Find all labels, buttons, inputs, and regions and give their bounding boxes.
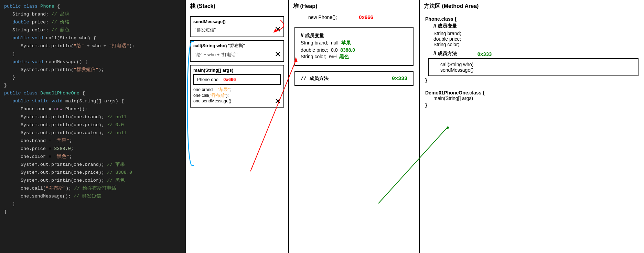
- phone-method-sendmessage: sendMessage(): [432, 67, 634, 73]
- code-line: System.out.println(one.brand); // null: [4, 113, 182, 121]
- heap-method-comment: // 成员方法: [301, 75, 329, 82]
- old-color: null: [329, 54, 336, 59]
- heap-comment: // 成员变量: [301, 33, 407, 39]
- heap-body: new Phone(); 0x666 // 成员变量 String brand;…: [289, 13, 419, 89]
- code-line: one.color = "黑色";: [4, 153, 182, 161]
- code-line: one.price = 8388.0;: [4, 145, 182, 153]
- phone-class-comment1: // 成员变量: [425, 23, 638, 29]
- code-line: }: [4, 208, 182, 216]
- stack-title: 栈 (Stack): [186, 0, 288, 13]
- phone-class-comment2: // 成员方法: [425, 51, 457, 57]
- code-line: }: [4, 50, 182, 58]
- demo-class-title: Demo01PhoneOne.class {: [425, 90, 638, 95]
- frame-title-main: main(String[] args): [193, 68, 281, 73]
- frame-title-sendmessage: sendMessage(): [193, 19, 281, 24]
- code-line: System.out.println("给" + who + "打电话");: [4, 42, 182, 50]
- code-line: public class Demo01PhoneOne {: [4, 90, 182, 98]
- method-body: Phone.class { // 成员变量 String brand; doub…: [420, 13, 644, 118]
- phone-field-brand: String brand;: [425, 31, 638, 36]
- heap-object-box: // 成员变量 String brand; null 苹果 double pri…: [294, 27, 414, 66]
- frame-title-call: call(String who) "乔布斯": [193, 43, 281, 49]
- phone-field-price: double price;: [425, 36, 638, 42]
- phone-class-title: Phone.class {: [425, 16, 638, 22]
- demo-class-close: }: [425, 102, 638, 108]
- heap-new-label: new Phone(); 0x666: [308, 14, 414, 20]
- code-panel: public class Phone { String brand; // 品牌…: [0, 0, 186, 253]
- var-row-one: Phone one 0x666: [197, 77, 277, 82]
- code-line: public void sendMessage() {: [4, 58, 182, 66]
- heap-method-addr: 0x333: [392, 76, 407, 82]
- demo-method-main: main(String[] args): [425, 95, 638, 101]
- method-addr-0x333: 0x333: [477, 51, 492, 57]
- code-line: System.out.println(one.price); // 0.0: [4, 121, 182, 129]
- code-line: one.call("乔布斯"); // 给乔布斯打电话: [4, 185, 182, 193]
- heap-field-color: String color; null 黑色: [301, 54, 407, 60]
- method-area-section: 方法区 (Method Area) Phone.class { // 成员变量 …: [420, 0, 644, 253]
- old-brand: null: [331, 40, 339, 45]
- code-line: one.brand = "苹果";: [4, 137, 182, 145]
- new-color: 黑色: [339, 54, 349, 59]
- main-code-line-3: one.sendMessage();: [193, 99, 281, 103]
- addr-one: 0x666: [223, 77, 236, 82]
- heap-title: 堆 (Heap): [289, 0, 419, 13]
- frame-content-sendmessage: "群发短信": [193, 26, 281, 34]
- heap-addr-0x666: 0x666: [359, 14, 373, 20]
- code-line: one.sendMessage(); // 群发短信: [4, 193, 182, 201]
- diagram-area: 栈 (Stack) sendMessage() "群发短信" ✕ call(St…: [186, 0, 644, 253]
- code-line: String brand; // 品牌: [4, 11, 182, 19]
- new-keyword: new: [308, 14, 317, 20]
- code-line: System.out.println("群发短信");: [4, 66, 182, 74]
- stack-body: sendMessage() "群发短信" ✕ call(String who) …: [186, 13, 288, 252]
- code-line: }: [4, 200, 182, 208]
- heap-section: 堆 (Heap) new Phone(); 0x666 // 成员变量 Stri…: [289, 0, 420, 253]
- main-code-line-1: one.brand = "苹果";: [193, 87, 281, 93]
- code-line: String color; // 颜色: [4, 27, 182, 34]
- x-mark-main: ✕: [275, 97, 281, 106]
- code-line: Phone one = new Phone();: [4, 105, 182, 113]
- stack-frame-sendmessage: sendMessage() "群发短信" ✕: [190, 16, 284, 37]
- phone-class-close: }: [425, 78, 638, 83]
- new-brand: 苹果: [341, 40, 351, 45]
- code-line: public static void main(String[] args) {: [4, 98, 182, 105]
- x-mark-sendmessage: ✕: [275, 25, 281, 34]
- heap-method-box: // 成员方法 0x333: [294, 71, 414, 86]
- code-line: System.out.println(one.color); // null: [4, 129, 182, 137]
- code-line: System.out.println(one.color); // 黑色: [4, 177, 182, 185]
- code-line: double price; // 价格: [4, 19, 182, 27]
- old-price: 0.0: [331, 47, 337, 53]
- main-frame-inner: Phone one 0x666: [193, 74, 281, 85]
- new-price: 8388.0: [340, 47, 355, 53]
- main-code-lines: one.brand = "苹果"; one.call("乔布斯"); one.s…: [193, 87, 281, 103]
- heap-field-price: double price; 0.0 8388.0: [301, 47, 407, 53]
- code-line: System.out.println(one.price); // 8388.0: [4, 169, 182, 177]
- phone-field-color: String color;: [425, 42, 638, 47]
- code-line: System.out.println(one.brand); // 苹果: [4, 161, 182, 169]
- code-line: public void call(String who) {: [4, 34, 182, 42]
- code-line: }: [4, 82, 182, 90]
- method-area-title: 方法区 (Method Area): [420, 0, 644, 13]
- stack-frame-main: main(String[] args) Phone one 0x666 one.…: [190, 65, 284, 108]
- stack-frame-call: call(String who) "乔布斯" "给" + who + "打电话"…: [190, 40, 284, 62]
- phone-method-call: call(String who): [432, 62, 634, 67]
- stack-section: 栈 (Stack) sendMessage() "群发短信" ✕ call(St…: [186, 0, 289, 253]
- frame-content-call: "给" + who + "打电话": [193, 50, 281, 59]
- phone-class-block: Phone.class { // 成员变量 String brand; doub…: [425, 16, 638, 83]
- x-mark-call: ✕: [275, 50, 281, 59]
- code-line: public class Phone {: [4, 3, 182, 11]
- code-line: }: [4, 74, 182, 82]
- main-code-line-2: one.call("乔布斯");: [193, 93, 281, 99]
- heap-field-brand: String brand; null 苹果: [301, 40, 407, 46]
- demo-class-block: Demo01PhoneOne.class { main(String[] arg…: [425, 90, 638, 108]
